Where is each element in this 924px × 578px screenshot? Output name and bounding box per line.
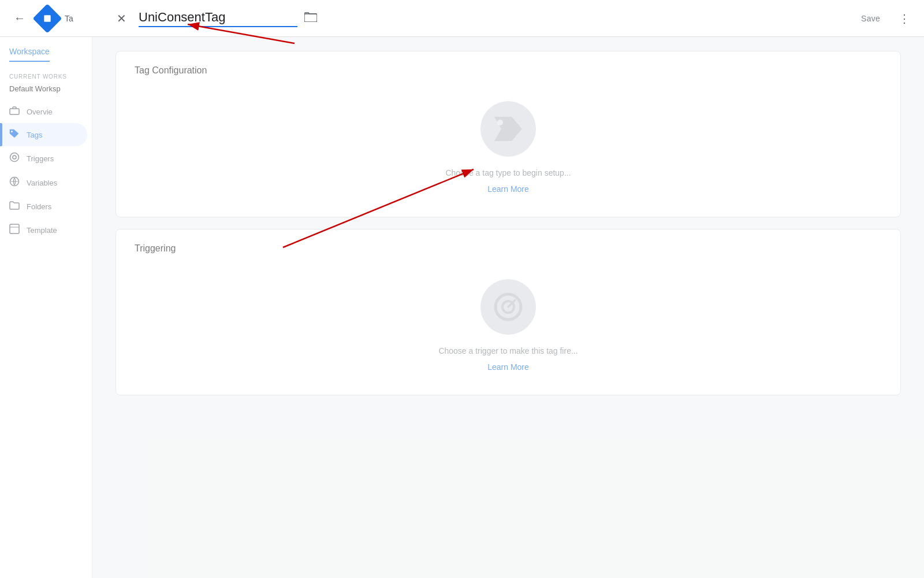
triggering-body: Choose a trigger to make this tag fire..… [135, 268, 882, 381]
sidebar-item-templates[interactable]: Template [0, 218, 87, 242]
tag-config-placeholder: Choose a tag type to begin setup... [445, 168, 571, 177]
svg-point-4 [11, 131, 13, 132]
tag-type-icon [493, 116, 523, 142]
trigger-type-icon [493, 292, 523, 322]
folders-icon [9, 201, 20, 212]
top-bar-left: ← Ta [9, 8, 102, 29]
tag-icon [9, 129, 20, 140]
save-button[interactable]: Save [852, 9, 889, 28]
templates-label: Template [27, 226, 57, 235]
triggering-title: Triggering [135, 243, 882, 254]
triggering-learn-more[interactable]: Learn More [487, 362, 529, 372]
tag-configuration-card: Tag Configuration Choose a tag type to b… [116, 51, 901, 217]
variables-icon [9, 176, 20, 189]
tag-name-input[interactable] [139, 10, 297, 27]
overview-label: Overvie [27, 108, 53, 116]
sidebar-item-folders[interactable]: Folders [0, 195, 87, 218]
triggering-card: Triggering Choose a trigger to make this… [116, 229, 901, 395]
briefcase-icon [9, 106, 20, 117]
content-area: Tag Configuration Choose a tag type to b… [92, 37, 924, 578]
app-title-partial: Ta [65, 14, 73, 23]
more-options-button[interactable]: ⋮ [894, 8, 915, 29]
close-button[interactable]: ✕ [111, 8, 132, 29]
top-bar-actions: Save ⋮ [852, 8, 915, 29]
tag-config-body: Choose a tag type to begin setup... Lear… [135, 90, 882, 203]
sidebar-item-triggers[interactable]: Triggers [0, 146, 87, 171]
triggers-label: Triggers [27, 154, 54, 163]
svg-point-5 [10, 153, 19, 162]
main-layout: Workspace CURRENT WORKS Default Worksp O… [0, 37, 924, 578]
sidebar-workspace: Workspace [0, 42, 92, 69]
triggers-icon [9, 152, 20, 165]
templates-icon [9, 224, 20, 236]
modal-header: ✕ [102, 8, 852, 29]
workspace-tab[interactable]: Workspace [9, 47, 50, 62]
top-bar: ← Ta ✕ Save ⋮ [0, 0, 924, 37]
svg-rect-0 [304, 14, 317, 22]
svg-point-6 [13, 155, 16, 159]
svg-rect-3 [10, 109, 19, 114]
sidebar: Workspace CURRENT WORKS Default Worksp O… [0, 37, 92, 578]
tag-config-title: Tag Configuration [135, 65, 882, 76]
tag-config-learn-more[interactable]: Learn More [487, 184, 529, 194]
sidebar-section-label: CURRENT WORKS [0, 69, 92, 82]
sidebar-workspace-name: Default Worksp [0, 82, 92, 98]
sidebar-item-tags[interactable]: Tags [0, 123, 87, 146]
triggering-placeholder: Choose a trigger to make this tag fire..… [438, 346, 578, 355]
gtm-logo [37, 8, 58, 29]
back-button[interactable]: ← [9, 8, 30, 29]
svg-point-11 [497, 120, 503, 125]
folder-icon[interactable] [304, 12, 317, 25]
tag-config-icon-circle[interactable] [480, 101, 536, 157]
sidebar-item-overview[interactable]: Overvie [0, 100, 87, 123]
sidebar-nav: Overvie Tags Triggers [0, 98, 92, 242]
folders-label: Folders [27, 202, 51, 211]
svg-rect-8 [10, 224, 19, 234]
sidebar-item-variables[interactable]: Variables [0, 171, 87, 195]
variables-label: Variables [27, 179, 57, 187]
tags-label: Tags [27, 131, 42, 139]
triggering-icon-circle[interactable] [480, 279, 536, 335]
